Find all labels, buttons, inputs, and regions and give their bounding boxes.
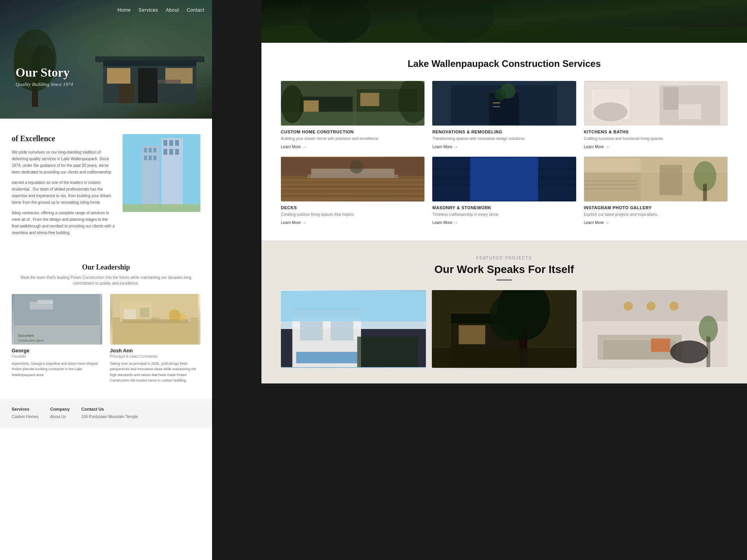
svg-rect-18 xyxy=(144,156,147,160)
svg-rect-63 xyxy=(493,106,500,107)
svg-point-42 xyxy=(179,313,186,321)
nav-services[interactable]: Services xyxy=(139,7,158,13)
leader-bio-1: experience, George's expertise and visio… xyxy=(12,361,102,378)
svg-rect-114 xyxy=(458,325,485,344)
svg-point-126 xyxy=(670,340,708,363)
nav-about[interactable]: About xyxy=(166,7,179,13)
service-card-6: INSTAGRAM PHOTO GALLERY Explore our late… xyxy=(584,157,728,225)
svg-rect-109 xyxy=(357,337,418,367)
svg-rect-97 xyxy=(703,184,707,201)
svg-rect-20 xyxy=(153,156,156,160)
svg-rect-99 xyxy=(584,184,637,186)
service-desc-3: Crafting luxurious and functional living… xyxy=(584,136,728,142)
svg-rect-108 xyxy=(281,291,426,321)
footer-col-company: Company About Us xyxy=(50,407,70,420)
leadership-section: Our Leadership Meet the team that's lead… xyxy=(0,256,212,395)
svg-rect-14 xyxy=(161,138,183,208)
leadership-cards: Document Construction plans George Found… xyxy=(12,294,200,383)
service-learn-more-3[interactable]: Learn More xyxy=(584,145,728,149)
leader-photo-josh xyxy=(110,294,201,345)
svg-rect-79 xyxy=(307,174,398,178)
svg-point-117 xyxy=(489,295,527,341)
excellence-title: of Excellence xyxy=(12,134,115,143)
excellence-para-3: ilding contractor, offering a complete r… xyxy=(12,210,115,236)
svg-point-54 xyxy=(281,85,303,123)
leader-title-2: Principal & Lead Contractor xyxy=(110,354,201,359)
hero-house-decoration xyxy=(95,33,204,103)
leadership-subtitle: Meet the team that's leading Polam Const… xyxy=(12,275,200,286)
projects-section: FEATURED PROJECTS Our Work Speaks For It… xyxy=(261,240,747,383)
svg-point-130 xyxy=(647,301,656,311)
svg-rect-132 xyxy=(651,339,670,352)
svg-rect-95 xyxy=(659,165,682,195)
svg-rect-19 xyxy=(149,156,152,160)
svg-rect-70 xyxy=(663,87,679,110)
service-learn-more-1[interactable]: Learn More xyxy=(281,145,424,149)
svg-rect-15 xyxy=(144,148,147,152)
footer-contact-heading: Contact Us xyxy=(81,407,138,411)
footer-custom-homes-link[interactable]: Custom Homes xyxy=(12,415,39,419)
service-card-1: CUSTOM HOME CONSTRUCTION Building your d… xyxy=(281,81,424,149)
svg-rect-21 xyxy=(163,140,167,146)
project-card-3 xyxy=(582,290,728,368)
service-desc-5: Timeless craftsmanship in every stone. xyxy=(432,212,576,217)
service-name-6: INSTAGRAM PHOTO GALLERY xyxy=(584,205,728,210)
svg-rect-40 xyxy=(140,308,149,317)
excellence-text: of Excellence We pride ourselves on our … xyxy=(12,134,115,240)
service-desc-1: Building your dream home with precision … xyxy=(281,136,424,142)
projects-label: FEATURED PROJECTS xyxy=(281,256,728,260)
service-card-3: KITCHENS & BATHS Crafting luxurious and … xyxy=(584,81,728,149)
leader-bio-2: Taking over as principal in 2023, Josh b… xyxy=(110,361,201,383)
project-card-2 xyxy=(432,290,577,368)
footer-address: 106 Purdytown Mountain Temple xyxy=(81,415,138,419)
service-name-4: DECKS xyxy=(281,205,424,210)
svg-rect-27 xyxy=(123,204,200,212)
svg-rect-118 xyxy=(432,348,577,367)
svg-rect-7 xyxy=(138,68,158,103)
svg-rect-53 xyxy=(360,93,379,106)
svg-rect-128 xyxy=(707,337,710,367)
service-desc-4: Creating outdoor living spaces that insp… xyxy=(281,212,424,217)
svg-rect-24 xyxy=(163,149,167,155)
svg-text:Document: Document xyxy=(18,334,34,338)
service-learn-more-2[interactable]: Learn More xyxy=(432,145,576,149)
projects-grid xyxy=(281,290,728,368)
svg-rect-90 xyxy=(538,184,576,186)
hero-content: Our Story Quality Building Since 1974 xyxy=(16,65,73,88)
services-section: Lake Wallenpaupack Construction Services xyxy=(261,43,747,240)
svg-rect-22 xyxy=(169,140,173,146)
nav-home[interactable]: Home xyxy=(117,7,131,13)
service-learn-more-5[interactable]: Learn More xyxy=(432,220,576,225)
service-img-kitchens xyxy=(584,81,728,126)
services-title: Lake Wallenpaupack Construction Services xyxy=(281,58,728,69)
nav-contact[interactable]: Contact xyxy=(187,7,204,13)
hero-right xyxy=(261,0,747,43)
svg-rect-17 xyxy=(153,148,156,152)
excellence-building-image xyxy=(123,134,200,212)
service-card-5: MASONRY & STONEWORK Timeless craftsmansh… xyxy=(432,157,576,225)
service-learn-more-6[interactable]: Learn More xyxy=(584,220,728,225)
leader-card-2: Josh Ann Principal & Lead Contractor Tak… xyxy=(110,294,201,383)
leader-card-1: Document Construction plans George Found… xyxy=(12,294,102,383)
footer-about-link[interactable]: About Us xyxy=(50,415,70,419)
svg-point-129 xyxy=(624,301,633,311)
services-grid: CUSTOM HOME CONSTRUCTION Building your d… xyxy=(281,81,728,225)
hero-right-bg xyxy=(261,0,747,43)
svg-rect-84 xyxy=(470,158,538,201)
svg-text:Construction plans: Construction plans xyxy=(18,339,44,342)
svg-rect-13 xyxy=(142,146,160,208)
svg-point-41 xyxy=(169,310,181,321)
service-name-5: MASONRY & STONEWORK xyxy=(432,205,576,210)
svg-rect-39 xyxy=(124,310,136,319)
leader-name-2: Josh Ann xyxy=(110,348,201,354)
svg-point-61 xyxy=(495,89,506,100)
service-learn-more-4[interactable]: Learn More xyxy=(281,220,424,225)
hero-title: Our Story xyxy=(16,65,73,80)
svg-point-67 xyxy=(593,102,627,121)
service-name-1: CUSTOM HOME CONSTRUCTION xyxy=(281,130,424,134)
footer-services-heading: Services xyxy=(12,407,39,411)
svg-point-131 xyxy=(670,301,679,311)
svg-rect-105 xyxy=(300,321,323,340)
svg-rect-77 xyxy=(281,194,424,198)
svg-rect-75 xyxy=(281,186,424,189)
